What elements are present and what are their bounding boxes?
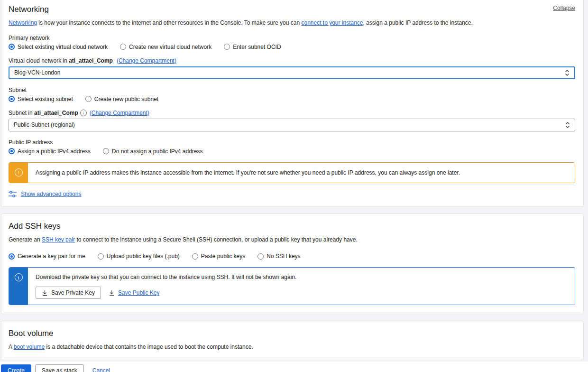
radio-label: Enter subnet OCID (233, 44, 281, 50)
ssh-keys-title: Add SSH keys (9, 222, 61, 231)
radio-paste-public-keys[interactable]: Paste public keys (192, 253, 245, 260)
primary-network-options: Select existing virtual cloud network Cr… (9, 44, 575, 50)
radio-unselected-icon (85, 96, 92, 102)
save-private-key-button[interactable]: Save Private Key (36, 287, 101, 299)
radio-no-ssh-keys[interactable]: No SSH keys (257, 253, 300, 260)
ssh-info-body: Download the private key so that you can… (28, 268, 575, 305)
radio-label: Create new public subnet (94, 96, 158, 102)
radio-select-existing-subnet[interactable]: Select existing subnet (9, 96, 73, 102)
subnet-options: Select existing subnet Create new public… (9, 96, 575, 102)
boot-desc-text-2: is a detachable device that contains the… (45, 344, 253, 350)
networking-title: Networking (9, 5, 49, 14)
radio-select-existing-vcn[interactable]: Select existing virtual cloud network (9, 44, 108, 50)
ssh-key-buttons: Save Private Key Save Public Key (36, 287, 567, 299)
radio-assign-public-ipv4[interactable]: Assign a public IPv4 address (9, 148, 91, 155)
ssh-keys-section: Add SSH keys Generate an SSH key pair to… (1, 214, 584, 315)
radio-selected-icon (9, 44, 15, 50)
ssh-description: Generate an SSH key pair to connect to t… (9, 236, 575, 244)
radio-generate-key-pair[interactable]: Generate a key pair for me (9, 253, 85, 260)
subnet-group-label: Subnet (9, 87, 575, 93)
radio-create-new-public-subnet[interactable]: Create new public subnet (85, 96, 158, 102)
radio-label: No SSH keys (266, 253, 300, 260)
warning-icon: ! (15, 168, 23, 177)
select-chevrons-icon (565, 69, 570, 76)
radio-unselected-icon (192, 253, 198, 260)
radio-create-new-vcn[interactable]: Create new virtual cloud network (120, 44, 211, 50)
show-advanced-options-link[interactable]: Show advanced options (21, 191, 81, 197)
ssh-key-pair-link[interactable]: SSH key pair (42, 236, 75, 243)
vcn-select-value: Blog-VCN-London (14, 69, 60, 76)
subnet-field-label: Subnet in ati_attaei_Comp i (Change Comp… (9, 110, 575, 116)
radio-unselected-icon (98, 253, 104, 260)
networking-doc-link[interactable]: Networking (9, 19, 37, 26)
ssh-info-text: Download the private key so that you can… (36, 273, 567, 281)
networking-desc-text-1: is how your instance connects to the int… (37, 19, 301, 26)
radio-label: Assign a public IPv4 address (18, 148, 91, 155)
subnet-change-compartment-link[interactable]: (Change Compartment) (90, 110, 149, 116)
radio-selected-icon (9, 96, 15, 102)
radio-label: Create new virtual cloud network (129, 44, 211, 50)
boot-volume-section: Boot volume A boot volume is a detachabl… (1, 321, 584, 360)
radio-unselected-icon (224, 44, 230, 50)
subnet-info-icon[interactable]: i (80, 110, 87, 116)
subnet-label-prefix: Subnet in (9, 110, 33, 116)
primary-network-label: Primary network (9, 35, 575, 41)
create-button[interactable]: Create (1, 364, 31, 372)
public-ip-label: Public IP address (9, 139, 575, 146)
collapse-link[interactable]: Collapse (553, 5, 575, 11)
vcn-label-prefix: Virtual cloud network in (9, 57, 67, 64)
download-icon (109, 290, 115, 296)
sliders-icon (9, 191, 17, 198)
radio-unselected-icon (120, 44, 126, 50)
save-private-key-label: Save Private Key (51, 289, 95, 296)
download-icon (42, 290, 48, 296)
save-public-key-link[interactable]: Save Public Key (118, 289, 159, 297)
select-chevrons-icon (565, 121, 570, 129)
radio-upload-public-key[interactable]: Upload public key files (.pub) (98, 253, 180, 260)
warning-text: Assigning a public IP address makes this… (28, 163, 575, 183)
networking-description: Networking is how your instance connects… (9, 19, 575, 27)
advanced-options-row: Show advanced options (9, 191, 575, 198)
ssh-key-options: Generate a key pair for me Upload public… (9, 253, 575, 260)
vcn-field-label: Virtual cloud network in ati_attaei_Comp… (9, 57, 575, 64)
subnet-compartment-name: ati_attaei_Comp (34, 110, 78, 116)
radio-selected-icon (9, 253, 15, 260)
save-as-stack-button[interactable]: Save as stack (35, 364, 84, 372)
warning-icon-column: ! (9, 163, 28, 183)
subnet-select[interactable]: Public-Subnet (regional) (9, 119, 575, 131)
boot-desc-text-1: A (9, 344, 14, 350)
ssh-desc-text-2: to connect to the instance using a Secur… (75, 236, 358, 243)
radio-unselected-icon (257, 253, 264, 260)
ssh-info-banner: i Download the private key so that you c… (9, 267, 575, 305)
action-bar: Create Save as stack Cancel (0, 362, 588, 372)
subnet-select-value: Public-Subnet (regional) (14, 121, 75, 128)
public-ip-warning-banner: ! Assigning a public IP address makes th… (9, 162, 575, 183)
radio-label: Select existing subnet (18, 96, 73, 102)
radio-no-public-ipv4[interactable]: Do not assign a public IPv4 address (103, 148, 202, 155)
radio-enter-subnet-ocid[interactable]: Enter subnet OCID (224, 44, 281, 50)
vcn-select[interactable]: Blog-VCN-London (9, 66, 575, 79)
radio-label: Generate a key pair for me (18, 253, 85, 260)
save-public-key-action[interactable]: Save Public Key (109, 289, 159, 297)
public-ip-options: Assign a public IPv4 address Do not assi… (9, 148, 575, 155)
radio-label: Upload public key files (.pub) (107, 253, 180, 260)
radio-unselected-icon (103, 148, 109, 154)
boot-volume-description: A boot volume is a detachable device tha… (9, 344, 575, 351)
radio-label: Do not assign a public IPv4 address (112, 148, 202, 155)
networking-desc-text-2: , assign a public IP address to the inst… (363, 19, 473, 26)
vcn-change-compartment-link[interactable]: (Change Compartment) (117, 57, 176, 64)
boot-volume-title: Boot volume (9, 329, 54, 338)
networking-section: Networking Collapse Networking is how yo… (1, 0, 584, 207)
info-icon: i (15, 273, 23, 281)
info-icon-column: i (9, 268, 28, 305)
radio-label: Select existing virtual cloud network (18, 44, 108, 50)
radio-selected-icon (9, 148, 15, 154)
boot-volume-link[interactable]: boot volume (14, 344, 45, 350)
cancel-link[interactable]: Cancel (92, 367, 110, 372)
connect-to-instance-link[interactable]: connect to your instance (301, 19, 363, 26)
vcn-compartment-name: ati_attaei_Comp (69, 57, 113, 64)
ssh-desc-text-1: Generate an (9, 236, 42, 243)
radio-label: Paste public keys (201, 253, 245, 260)
